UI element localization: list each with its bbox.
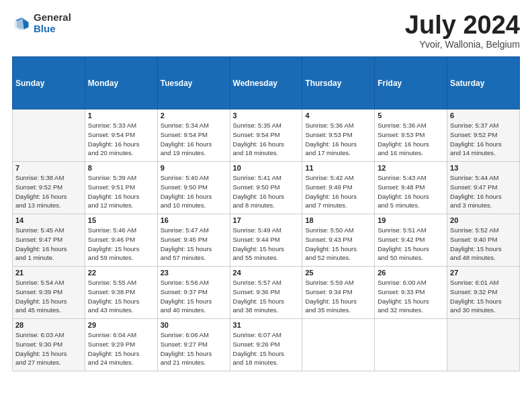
calendar-cell: 5Sunrise: 5:36 AM Sunset: 9:53 PM Daylig… (375, 109, 447, 162)
calendar-cell: 8Sunrise: 5:39 AM Sunset: 9:51 PM Daylig… (85, 162, 157, 214)
calendar-cell: 6Sunrise: 5:37 AM Sunset: 9:52 PM Daylig… (447, 109, 520, 162)
calendar-cell: 16Sunrise: 5:47 AM Sunset: 9:45 PM Dayli… (157, 214, 230, 267)
day-number: 17 (233, 216, 300, 224)
col-sunday: Sunday (13, 57, 85, 109)
day-number: 19 (378, 216, 444, 224)
calendar-cell: 28Sunrise: 6:03 AM Sunset: 9:30 PM Dayli… (13, 319, 85, 371)
day-info: Sunrise: 5:43 AM Sunset: 9:48 PM Dayligh… (378, 173, 444, 210)
calendar-week-row: 1Sunrise: 5:33 AM Sunset: 9:54 PM Daylig… (13, 109, 520, 162)
calendar-week-row: 21Sunrise: 5:54 AM Sunset: 9:39 PM Dayli… (13, 267, 520, 319)
day-number: 10 (233, 164, 300, 172)
day-info: Sunrise: 6:03 AM Sunset: 9:30 PM Dayligh… (15, 330, 82, 367)
day-number: 9 (161, 164, 227, 172)
calendar-cell: 12Sunrise: 5:43 AM Sunset: 9:48 PM Dayli… (375, 162, 447, 214)
calendar-cell (302, 319, 375, 371)
day-info: Sunrise: 5:42 AM Sunset: 9:49 PM Dayligh… (305, 173, 371, 210)
calendar-cell: 24Sunrise: 5:57 AM Sunset: 9:36 PM Dayli… (230, 267, 302, 319)
calendar-cell: 30Sunrise: 6:06 AM Sunset: 9:27 PM Dayli… (157, 319, 230, 371)
calendar-week-row: 7Sunrise: 5:38 AM Sunset: 9:52 PM Daylig… (13, 162, 520, 214)
calendar-cell (447, 319, 520, 371)
day-info: Sunrise: 5:45 AM Sunset: 9:47 PM Dayligh… (15, 226, 82, 263)
col-thursday: Thursday (302, 57, 375, 109)
day-info: Sunrise: 5:54 AM Sunset: 9:39 PM Dayligh… (15, 278, 82, 315)
day-info: Sunrise: 5:35 AM Sunset: 9:54 PM Dayligh… (233, 121, 300, 158)
day-number: 5 (378, 111, 444, 120)
day-info: Sunrise: 5:49 AM Sunset: 9:44 PM Dayligh… (233, 226, 300, 263)
day-info: Sunrise: 5:57 AM Sunset: 9:36 PM Dayligh… (233, 278, 300, 315)
logo-general-text: General (34, 12, 71, 24)
col-monday: Monday (85, 57, 157, 109)
day-number: 24 (233, 269, 300, 277)
calendar-cell: 22Sunrise: 5:55 AM Sunset: 9:38 PM Dayli… (85, 267, 157, 319)
day-info: Sunrise: 5:50 AM Sunset: 9:43 PM Dayligh… (305, 226, 371, 263)
calendar-cell: 4Sunrise: 5:36 AM Sunset: 9:53 PM Daylig… (302, 109, 375, 162)
day-info: Sunrise: 5:37 AM Sunset: 9:52 PM Dayligh… (450, 121, 517, 158)
day-number: 31 (233, 321, 300, 329)
col-tuesday: Tuesday (157, 57, 230, 109)
day-info: Sunrise: 5:39 AM Sunset: 9:51 PM Dayligh… (88, 173, 154, 210)
logo-text: General Blue (34, 12, 71, 34)
calendar-cell: 9Sunrise: 5:40 AM Sunset: 9:50 PM Daylig… (157, 162, 230, 214)
calendar-cell: 20Sunrise: 5:52 AM Sunset: 9:40 PM Dayli… (447, 214, 520, 267)
day-number: 20 (450, 216, 517, 224)
header: General Blue July 2024 Yvoir, Wallonia, … (12, 12, 520, 50)
day-info: Sunrise: 5:33 AM Sunset: 9:54 PM Dayligh… (88, 121, 154, 158)
calendar-cell (375, 319, 447, 371)
day-number: 22 (88, 269, 154, 277)
calendar-week-row: 14Sunrise: 5:45 AM Sunset: 9:47 PM Dayli… (13, 214, 520, 267)
day-number: 12 (378, 164, 444, 172)
day-info: Sunrise: 5:41 AM Sunset: 9:50 PM Dayligh… (233, 173, 300, 210)
page: General Blue July 2024 Yvoir, Wallonia, … (0, 0, 532, 411)
day-info: Sunrise: 5:34 AM Sunset: 9:54 PM Dayligh… (161, 121, 227, 158)
calendar-cell: 31Sunrise: 6:07 AM Sunset: 9:26 PM Dayli… (230, 319, 302, 371)
day-number: 1 (88, 111, 154, 120)
day-info: Sunrise: 5:40 AM Sunset: 9:50 PM Dayligh… (161, 173, 227, 210)
calendar-cell: 2Sunrise: 5:34 AM Sunset: 9:54 PM Daylig… (157, 109, 230, 162)
day-info: Sunrise: 5:36 AM Sunset: 9:53 PM Dayligh… (378, 121, 444, 158)
calendar-table: Sunday Monday Tuesday Wednesday Thursday… (12, 56, 520, 371)
calendar-cell: 19Sunrise: 5:51 AM Sunset: 9:42 PM Dayli… (375, 214, 447, 267)
day-info: Sunrise: 5:55 AM Sunset: 9:38 PM Dayligh… (88, 278, 154, 315)
day-info: Sunrise: 5:56 AM Sunset: 9:37 PM Dayligh… (161, 278, 227, 315)
calendar-cell: 7Sunrise: 5:38 AM Sunset: 9:52 PM Daylig… (13, 162, 85, 214)
calendar-week-row: 28Sunrise: 6:03 AM Sunset: 9:30 PM Dayli… (13, 319, 520, 371)
calendar-cell: 29Sunrise: 6:04 AM Sunset: 9:29 PM Dayli… (85, 319, 157, 371)
calendar-cell (13, 109, 85, 162)
day-number: 8 (88, 164, 154, 172)
day-info: Sunrise: 5:47 AM Sunset: 9:45 PM Dayligh… (161, 226, 227, 263)
col-saturday: Saturday (447, 57, 520, 109)
day-info: Sunrise: 6:04 AM Sunset: 9:29 PM Dayligh… (88, 330, 154, 367)
day-info: Sunrise: 6:07 AM Sunset: 9:26 PM Dayligh… (233, 330, 300, 367)
day-number: 3 (233, 111, 300, 120)
day-number: 21 (15, 269, 82, 277)
day-info: Sunrise: 5:46 AM Sunset: 9:46 PM Dayligh… (88, 226, 154, 263)
calendar-header-row: Sunday Monday Tuesday Wednesday Thursday… (13, 57, 520, 109)
calendar-cell: 18Sunrise: 5:50 AM Sunset: 9:43 PM Dayli… (302, 214, 375, 267)
day-number: 7 (15, 164, 82, 172)
col-friday: Friday (375, 57, 447, 109)
calendar-cell: 26Sunrise: 6:00 AM Sunset: 9:33 PM Dayli… (375, 267, 447, 319)
day-info: Sunrise: 5:52 AM Sunset: 9:40 PM Dayligh… (450, 226, 517, 263)
day-number: 13 (450, 164, 517, 172)
day-info: Sunrise: 5:38 AM Sunset: 9:52 PM Dayligh… (15, 173, 82, 210)
calendar-cell: 14Sunrise: 5:45 AM Sunset: 9:47 PM Dayli… (13, 214, 85, 267)
calendar-cell: 10Sunrise: 5:41 AM Sunset: 9:50 PM Dayli… (230, 162, 302, 214)
day-info: Sunrise: 5:44 AM Sunset: 9:47 PM Dayligh… (450, 173, 517, 210)
day-number: 27 (450, 269, 517, 277)
day-number: 28 (15, 321, 82, 329)
calendar-cell: 3Sunrise: 5:35 AM Sunset: 9:54 PM Daylig… (230, 109, 302, 162)
day-number: 6 (450, 111, 517, 120)
calendar-cell: 15Sunrise: 5:46 AM Sunset: 9:46 PM Dayli… (85, 214, 157, 267)
logo-blue-text: Blue (34, 24, 71, 35)
day-number: 16 (161, 216, 227, 224)
day-number: 18 (305, 216, 371, 224)
day-number: 23 (161, 269, 227, 277)
day-number: 14 (15, 216, 82, 224)
title-area: July 2024 Yvoir, Wallonia, Belgium (405, 12, 520, 50)
calendar-cell: 23Sunrise: 5:56 AM Sunset: 9:37 PM Dayli… (157, 267, 230, 319)
day-number: 30 (161, 321, 227, 329)
calendar-cell: 17Sunrise: 5:49 AM Sunset: 9:44 PM Dayli… (230, 214, 302, 267)
calendar-cell: 25Sunrise: 5:59 AM Sunset: 9:34 PM Dayli… (302, 267, 375, 319)
day-number: 26 (378, 269, 444, 277)
calendar-cell: 1Sunrise: 5:33 AM Sunset: 9:54 PM Daylig… (85, 109, 157, 162)
